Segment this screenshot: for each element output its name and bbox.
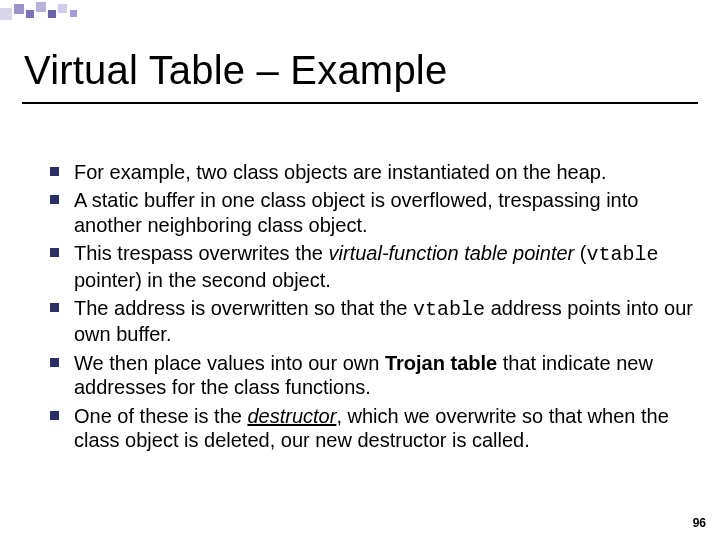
title-underline [22, 102, 698, 104]
bullet-item: For example, two class objects are insta… [50, 160, 694, 184]
bullet-text: For example, two class objects are insta… [74, 160, 694, 184]
corner-decoration [0, 0, 160, 24]
bullet-text: A static buffer in one class object is o… [74, 188, 694, 237]
bullet-icon [50, 160, 74, 176]
bullet-text: We then place values into our own Trojan… [74, 351, 694, 400]
bullet-list: For example, two class objects are insta… [50, 160, 694, 456]
bullet-item: A static buffer in one class object is o… [50, 188, 694, 237]
page-number: 96 [693, 516, 706, 530]
slide-title: Virtual Table – Example [24, 48, 447, 93]
bullet-icon [50, 241, 74, 257]
bullet-icon [50, 404, 74, 420]
bullet-item: One of these is the destructor, which we… [50, 404, 694, 453]
bullet-item: The address is overwritten so that the v… [50, 296, 694, 347]
bullet-icon [50, 296, 74, 312]
bullet-item: We then place values into our own Trojan… [50, 351, 694, 400]
bullet-text: This trespass overwrites the virtual-fun… [74, 241, 694, 292]
bullet-icon [50, 351, 74, 367]
bullet-item: This trespass overwrites the virtual-fun… [50, 241, 694, 292]
bullet-text: One of these is the destructor, which we… [74, 404, 694, 453]
bullet-icon [50, 188, 74, 204]
bullet-text: The address is overwritten so that the v… [74, 296, 694, 347]
